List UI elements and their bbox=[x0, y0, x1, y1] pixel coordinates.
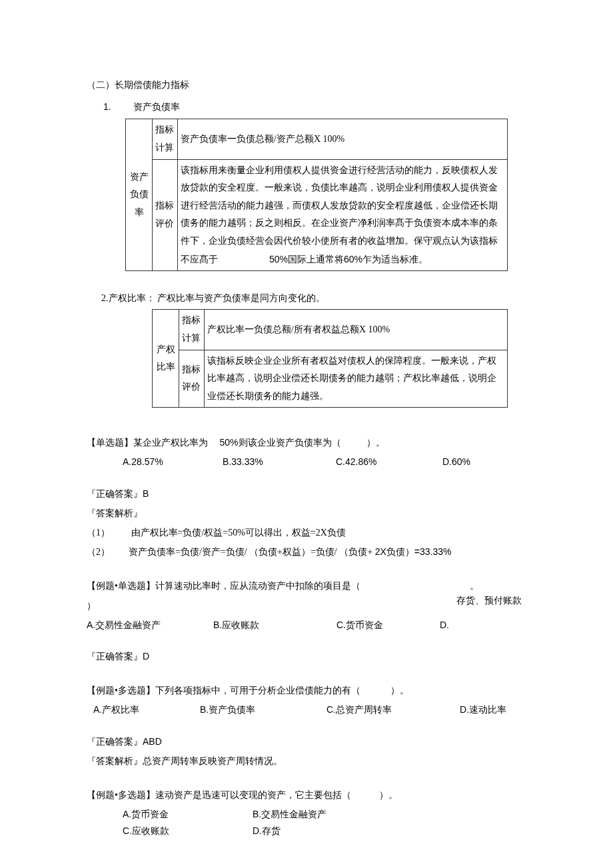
q2-stem: 【例题•单选题】计算速动比率时，应从流动资产中扣除的项目是（ 。 存货、预付账款 bbox=[87, 578, 526, 594]
q1-stem-pre: 【单选题】某企业产权比率为 bbox=[87, 434, 208, 451]
q3-opt-c: C.总资产周转率 bbox=[326, 701, 460, 718]
table-debt-ratio: 资产负债率 指标计算 资产负债率一负债总额/资产总额X 100% 指标评价 该指… bbox=[125, 119, 508, 271]
q3-opt-b: B.资产负债率 bbox=[200, 701, 326, 718]
q1-a1-text: 由产权比率=负债/权益=50%可以得出，权益=2X负债 bbox=[131, 528, 346, 538]
q3-opt-d: D.速动比率 bbox=[460, 701, 560, 718]
q1-opt-a: A.28.57% bbox=[123, 454, 223, 470]
q2-opt-c: C.货币资金 bbox=[336, 617, 440, 634]
q2-ans-val: D bbox=[143, 651, 149, 661]
t1-r2-post: 乍为适当标准。 bbox=[362, 254, 428, 264]
t2-r2-label: 指标评价 bbox=[179, 350, 205, 408]
q3-ans-label: 『正确答案』 bbox=[87, 737, 143, 747]
q2-options: A.交易性金融资产 B.应收账款 C.货币资金 D. bbox=[87, 617, 526, 634]
q3-answer: 『正确答案』ABD bbox=[87, 733, 526, 750]
q4-opt-b: B.交易性金融资产 bbox=[253, 806, 352, 823]
q3-stem-text: 【例题•多选题】下列各项指标中，可用于分析企业偿债能力的有（ bbox=[87, 682, 360, 699]
q1-answer: 『正确答案』B bbox=[87, 486, 526, 502]
q3-ans-val: ABD bbox=[143, 736, 162, 747]
subsection-2-intro: 2.产权比率： 产权比率与资产负债率是同方向变化的。 bbox=[87, 290, 526, 306]
section-heading: （二）长期偿债能力指标 bbox=[87, 77, 526, 93]
q2-opt-d-text: 存货、预付账款 bbox=[456, 592, 522, 609]
q1-a2-pre: （2） bbox=[87, 547, 110, 557]
t1-r2-pct: 50% bbox=[269, 254, 288, 264]
q1-analysis-label: 『答案解析』 bbox=[87, 505, 526, 522]
subsection-1: 1. 资产负债率 bbox=[87, 99, 526, 115]
q3-stem-end: ）。 bbox=[390, 682, 409, 699]
t1-r2-pre: 该指标用来衡量企业利用债权人提供资金进行经营活动的能力，反映债权人发放贷款的安全… bbox=[181, 165, 498, 264]
q4-opt-a: A.货币资金 bbox=[123, 806, 253, 823]
q1-a1-pre: （1） bbox=[87, 528, 110, 538]
q4-options-row1: A.货币资金 B.交易性金融资产 bbox=[87, 806, 526, 823]
q4-opt-c: C.应收账款 bbox=[123, 823, 253, 839]
t2-r2-content: 该指标反映企业企业所有者权益对债权人的保障程度。一般来说，产权比率越高，说明企业… bbox=[205, 350, 508, 408]
q4-stem-text: 【例题•多选题】速动资产是迅速可以变现的资产，它主要包括（ bbox=[87, 787, 351, 803]
table-equity-ratio: 产权比率 指标计算 产权比率一负债总额/所有者权益总额X 100% 指标评价 该… bbox=[152, 309, 508, 408]
t1-r2-mid: 国际上通常将 bbox=[288, 254, 344, 264]
q1-options: A.28.57% B.33.33% C.42.86% D.60% bbox=[87, 454, 526, 470]
q2-stem-text: 【例题•单选题】计算速动比率时，应从流动资产中扣除的项目是（ bbox=[87, 578, 360, 594]
t1-r1-label: 指标计算 bbox=[153, 119, 178, 159]
t2-rowlabel: 产权比率 bbox=[153, 310, 179, 408]
q2-ans-label: 『正确答案』 bbox=[87, 651, 143, 661]
q2-opt-b: B.应收账款 bbox=[213, 617, 336, 634]
t2-r1-content: 产权比率一负债总额/所有者权益总额X 100% bbox=[205, 310, 508, 350]
t1-r2-content: 该指标用来衡量企业利用债权人提供资金进行经营活动的能力，反映债权人发放贷款的安全… bbox=[178, 159, 508, 271]
q1-a2-a: 资产负债率=负债/资产=负债/ （负债+权益）=负债/ （负债+ bbox=[129, 547, 375, 557]
q1-a2-b: 2X bbox=[375, 546, 386, 557]
q4-opt-d: D.存货 bbox=[253, 823, 352, 839]
q4-options-row2: C.应收账款 D.存货 bbox=[87, 823, 526, 839]
q1-analysis-2: （2） 资产负债率=负债/资产=负债/ （负债+权益）=负债/ （负债+ 2X负… bbox=[87, 544, 526, 560]
subsection-1-num: 1. bbox=[103, 101, 111, 112]
q1-ans-val: B bbox=[143, 488, 149, 499]
t1-r2-pct2: 60% bbox=[344, 254, 362, 264]
q1-analysis-1: （1） 由产权比率=负债/权益=50%可以得出，权益=2X负债 bbox=[87, 524, 526, 541]
q4-stem-end: ）。 bbox=[379, 787, 398, 803]
t2-r1-label: 指标计算 bbox=[179, 310, 205, 350]
q2-opt-a: A.交易性金融资产 bbox=[87, 617, 213, 634]
q3-stem: 【例题•多选题】下列各项指标中，可用于分析企业偿债能力的有（ ）。 bbox=[87, 682, 526, 699]
q1-a2-c: 负债） bbox=[386, 547, 414, 557]
q1-pct: 50% bbox=[220, 434, 239, 451]
subsection-1-title: 资产负债率 bbox=[133, 102, 180, 112]
q1-opt-d: D.60% bbox=[442, 454, 542, 470]
q1-stem: 【单选题】某企业产权比率为 50% 则该企业资产负债率为（ ）。 bbox=[87, 434, 526, 451]
q3-opt-a: A.产权比率 bbox=[93, 701, 200, 718]
q1-stem-post: 则该企业资产负债率为（ bbox=[239, 434, 341, 451]
q3-options: A.产权比率 B.资产负债率 C.总资产周转率 D.速动比率 bbox=[87, 701, 526, 718]
q1-opt-b: B.33.33% bbox=[223, 454, 336, 470]
t1-r2-label: 指标评价 bbox=[153, 159, 178, 271]
t1-r1-text: 资产负债率一负债总额/资产总额X 100% bbox=[181, 134, 344, 144]
q4-stem: 【例题•多选题】速动资产是迅速可以变现的资产，它主要包括（ ）。 bbox=[87, 787, 526, 803]
q2-opt-d: D. bbox=[440, 617, 540, 634]
q1-a2-d: =33.33% bbox=[414, 546, 452, 557]
q1-stem-end: ）。 bbox=[366, 434, 385, 451]
t1-rowlabel: 资产负债率 bbox=[126, 119, 153, 271]
q3-analysis: 『答案解析』总资产周转率反映资产周转情况。 bbox=[87, 753, 526, 769]
q1-ans-label: 『正确答案』 bbox=[87, 489, 143, 499]
t1-r1-content: 资产负债率一负债总额/资产总额X 100% bbox=[178, 119, 508, 159]
q2-answer: 『正确答案』D bbox=[87, 648, 526, 665]
q1-opt-c: C.42.86% bbox=[336, 454, 442, 470]
